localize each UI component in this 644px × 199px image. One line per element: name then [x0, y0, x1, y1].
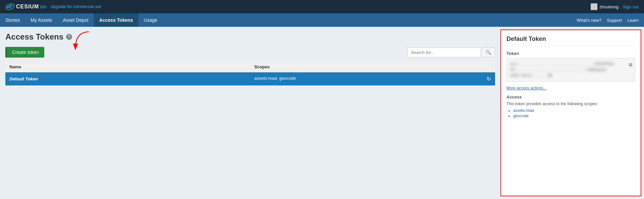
- token-text-line3: 4OX0.VwC3j.......N8: [510, 73, 552, 78]
- nav-item-stories[interactable]: Stories: [0, 13, 25, 27]
- nav-item-usage[interactable]: Usage: [139, 13, 163, 27]
- page-title-row: Access Tokens ?: [5, 32, 495, 42]
- access-scopes-list: assets:read geocode: [506, 108, 635, 118]
- right-panel: Default Token Token eyJ.................…: [500, 29, 641, 196]
- cesium-ion-label: ion: [40, 4, 47, 9]
- token-section-label: Token: [506, 51, 635, 56]
- right-panel-title: Default Token: [506, 36, 635, 46]
- nav-item-access-tokens[interactable]: Access Tokens: [94, 13, 139, 27]
- nav-left: Stories My Assets Asset Depot Access Tok…: [0, 13, 163, 27]
- access-description: This token provides access to the follow…: [506, 102, 635, 106]
- token-scopes-cell: assets:read, geocode ↻: [250, 72, 495, 86]
- whats-new-link[interactable]: What's new?: [577, 18, 601, 23]
- token-text-line2: TR................................YxNDHy…: [510, 68, 606, 72]
- table-header: Name Scopes: [5, 62, 495, 72]
- col-scopes: Scopes: [250, 62, 495, 72]
- table-row[interactable]: Default Token assets:read, geocode ↻: [5, 72, 495, 86]
- support-link[interactable]: Support: [607, 18, 622, 23]
- col-name: Name: [5, 62, 250, 72]
- token-text-line1: eyJ...................................N1…: [510, 62, 614, 66]
- nav-bar: Stories My Assets Asset Depot Access Tok…: [0, 13, 644, 27]
- access-section-label: Access: [506, 94, 635, 99]
- nav-right: What's new? Support Learn: [577, 18, 644, 23]
- cesium-logo-icon: [5, 2, 15, 11]
- svg-point-1: [8, 5, 12, 8]
- search-button[interactable]: 🔍: [482, 48, 495, 57]
- profile-area: zhouhong: [591, 3, 619, 10]
- tokens-table: Name Scopes Default Token assets:read, g…: [5, 62, 495, 86]
- search-icon: 🔍: [486, 50, 491, 55]
- access-section: Access This token provides access to the…: [506, 94, 635, 118]
- nav-item-asset-depot[interactable]: Asset Depot: [57, 13, 94, 27]
- page-title: Access Tokens: [5, 32, 63, 42]
- toolbar: Create token 🔍: [5, 47, 495, 58]
- upgrade-link[interactable]: Upgrade for commercial use: [51, 4, 101, 9]
- left-panel: Access Tokens ? Create token 🔍 Name Scop…: [0, 27, 500, 199]
- help-icon[interactable]: ?: [66, 34, 72, 40]
- top-bar-left: CESIUM ion Upgrade for commercial use: [5, 2, 101, 11]
- copy-icon[interactable]: ⧉: [629, 61, 632, 68]
- username-label: zhouhong: [599, 4, 619, 9]
- search-area: 🔍: [407, 48, 495, 57]
- more-actions-link[interactable]: More access actions...: [506, 86, 635, 90]
- scope-assets-read: assets:read: [513, 108, 635, 113]
- token-name-cell: Default Token: [5, 72, 250, 86]
- scope-geocode: geocode: [513, 114, 635, 118]
- create-token-button[interactable]: Create token: [5, 47, 44, 58]
- profile-picture-icon: [591, 3, 597, 10]
- token-value-box: eyJ...................................N1…: [506, 58, 635, 82]
- sign-out-button[interactable]: Sign out: [623, 4, 639, 9]
- learn-link[interactable]: Learn: [628, 18, 639, 23]
- cesium-wordmark: CESIUM: [16, 4, 39, 10]
- nav-item-my-assets[interactable]: My Assets: [25, 13, 58, 27]
- refresh-icon[interactable]: ↻: [487, 76, 491, 82]
- search-input[interactable]: [407, 48, 481, 57]
- top-bar: CESIUM ion Upgrade for commercial use zh…: [0, 0, 644, 13]
- main-content: Access Tokens ? Create token 🔍 Name Scop…: [0, 27, 644, 199]
- cesium-logo: CESIUM ion: [5, 2, 47, 11]
- top-bar-right: zhouhong Sign out: [591, 3, 639, 10]
- table-body: Default Token assets:read, geocode ↻: [5, 72, 495, 86]
